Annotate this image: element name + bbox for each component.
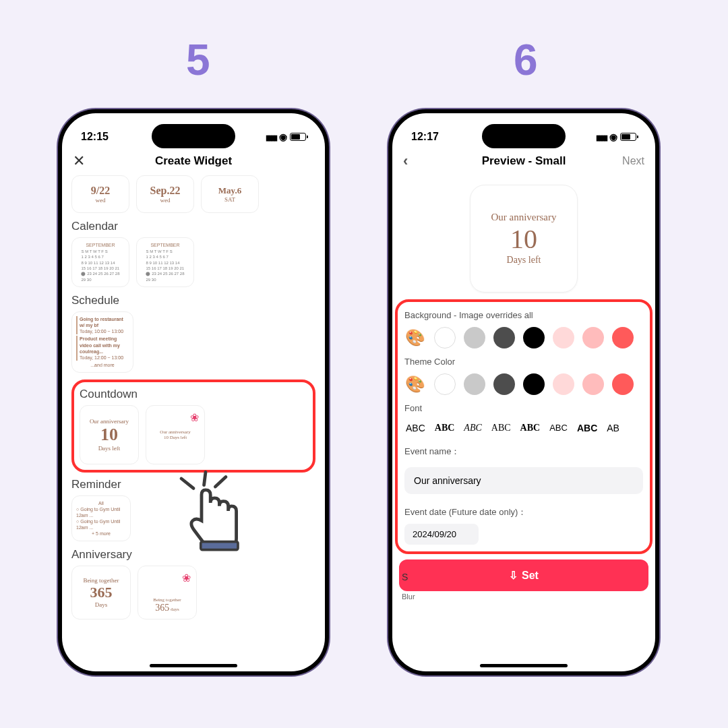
schedule-widget[interactable]: Going to restaurant w/ my bfToday, 10:00… (71, 311, 133, 373)
swatch-pink[interactable] (582, 373, 604, 395)
countdown-highlight: Countdown Our anniversary 10 Days left ❀… (71, 380, 315, 473)
swatch-pink-light[interactable] (553, 373, 574, 395)
palette-icon[interactable]: 🎨 (404, 375, 426, 394)
badge-icon: ❀ (190, 411, 199, 424)
download-icon: ⇩ (509, 569, 518, 582)
status-icons (266, 131, 306, 142)
font-option-8[interactable]: AB (605, 420, 621, 436)
an-title: Being together (153, 597, 181, 603)
next-button[interactable]: Next (617, 155, 644, 167)
font-option-7[interactable]: ABC (576, 420, 599, 436)
an-num: 365 (155, 603, 169, 613)
an-title: Being together (83, 577, 119, 584)
battery-icon (290, 133, 306, 141)
theme-swatches: 🎨 (404, 373, 643, 395)
badge-icon: ❀ (182, 572, 191, 584)
calendar-widget-1[interactable]: SEPTEMBER S M T W T F S1 2 3 4 5 6 78 9 … (71, 237, 129, 287)
widget-list[interactable]: 9/22 wed Sep.22 wed May.6 SAT Calendar S… (62, 175, 325, 619)
label-background: Background - Image overrides all (404, 310, 643, 320)
label-theme: Theme Color (404, 357, 643, 367)
font-option-1[interactable]: ABC (404, 420, 427, 436)
date-widget-3[interactable]: May.6 SAT (201, 175, 259, 213)
cd-num: 10 (100, 425, 118, 445)
phone-frame-6: 12:17 ‹ Preview - Small Next Our anniver… (388, 109, 659, 675)
back-icon[interactable]: ‹ (403, 152, 430, 170)
screen-5: 12:15 ✕ Create Widget 9/22 wed Sep.22 we… (62, 113, 325, 671)
countdown-widget-1[interactable]: Our anniversary 10 Days left (80, 405, 139, 464)
signal-icon (266, 132, 276, 142)
nav-title: Preview - Small (430, 154, 617, 168)
sched-title: Going to restaurant w/ my bf (80, 317, 123, 328)
an-sub: Days (95, 601, 108, 608)
section-countdown: Countdown (80, 388, 307, 401)
sched-more: ...and more (90, 362, 114, 368)
swatch-white[interactable] (434, 373, 456, 395)
anniversary-widget-1[interactable]: Being together 365 Days (71, 566, 131, 619)
home-indicator[interactable] (150, 664, 237, 667)
screen-6: 12:17 ‹ Preview - Small Next Our anniver… (392, 113, 655, 671)
palette-icon[interactable]: 🎨 (404, 328, 426, 347)
label-event-name: Event name： (404, 446, 643, 458)
font-option-5[interactable]: ABC (519, 420, 542, 436)
reminder-widget[interactable]: All ○ Going to Gym Until 12am ... ○ Goin… (71, 495, 131, 542)
blur-label: Blur (392, 591, 655, 602)
section-schedule: Schedule (71, 294, 315, 307)
an-sub: days (171, 607, 179, 612)
close-icon[interactable]: ✕ (73, 152, 100, 170)
swatch-pink-light[interactable] (553, 327, 574, 348)
cd-sub: Days left (98, 445, 121, 452)
wifi-icon (609, 131, 617, 142)
rem-item: Going to Gym Until 12am ... (76, 519, 120, 530)
nav-bar: ‹ Preview - Small Next (392, 147, 655, 175)
swatch-black[interactable] (523, 327, 545, 348)
date-small: SAT (224, 196, 235, 203)
section-calendar: Calendar (71, 220, 315, 233)
swatch-lightgrey[interactable] (464, 373, 485, 395)
sched-time: Today, 10:00 ~ 13:00 (80, 329, 123, 334)
date-widget-1[interactable]: 9/22 wed (71, 175, 129, 213)
date-widget-2[interactable]: Sep.22 wed (136, 175, 194, 213)
date-big: May.6 (218, 185, 241, 196)
font-option-4[interactable]: ABC (490, 420, 512, 436)
font-option-6[interactable]: ABC (548, 420, 569, 436)
swatch-red[interactable] (612, 373, 634, 395)
section-reminder: Reminder (71, 478, 315, 491)
nav-title: Create Widget (100, 154, 287, 168)
font-option-3[interactable]: ABC (462, 420, 483, 436)
rem-item: Going to Gym Until 12am ... (76, 507, 120, 518)
preview-title: Our anniversary (491, 212, 556, 223)
home-indicator[interactable] (480, 664, 568, 667)
an-num: 365 (90, 584, 113, 601)
label-event-date: Event date (Future date only)： (404, 506, 643, 518)
calendar-widget-2[interactable]: SEPTEMBER S M T W T F S1 2 3 4 5 6 78 9 … (136, 237, 194, 287)
swatch-darkgrey[interactable] (493, 373, 515, 395)
rem-head: All (98, 500, 104, 506)
font-options: ABC ABC ABC ABC ABC ABC ABC AB (404, 420, 643, 436)
cal-grid: S M T W T F S1 2 3 4 5 6 78 9 10 11 12 1… (81, 249, 119, 282)
step-number-5: 5 (186, 35, 210, 85)
swatch-white[interactable] (434, 327, 456, 348)
cal-grid: S M T W T F S1 2 3 4 5 6 78 9 10 11 12 1… (146, 249, 184, 282)
status-time: 12:15 (81, 131, 109, 143)
swatch-pink[interactable] (582, 327, 604, 348)
s-label: S (402, 572, 408, 582)
event-name-input[interactable] (404, 467, 643, 494)
set-label: Set (522, 570, 539, 582)
signal-icon (596, 132, 607, 142)
swatch-lightgrey[interactable] (464, 327, 485, 348)
countdown-widget-2[interactable]: ❀ Our anniversary 10 Days left (146, 405, 205, 464)
anniversary-widget-2[interactable]: ❀ Being together 365 days (138, 566, 197, 619)
battery-icon (620, 133, 636, 141)
font-option-2[interactable]: ABC (433, 420, 456, 436)
event-date-input[interactable] (404, 524, 479, 545)
swatch-darkgrey[interactable] (493, 327, 515, 348)
swatch-black[interactable] (523, 373, 545, 395)
set-button[interactable]: ⇩ Set (399, 559, 648, 591)
notch (152, 124, 235, 148)
date-small: wed (96, 197, 106, 204)
swatch-red[interactable] (612, 327, 634, 348)
cd-sub: Days left (170, 435, 187, 440)
cd-num: 10 (164, 435, 169, 440)
date-small: wed (160, 197, 171, 204)
date-widgets-row: 9/22 wed Sep.22 wed May.6 SAT (71, 175, 315, 213)
